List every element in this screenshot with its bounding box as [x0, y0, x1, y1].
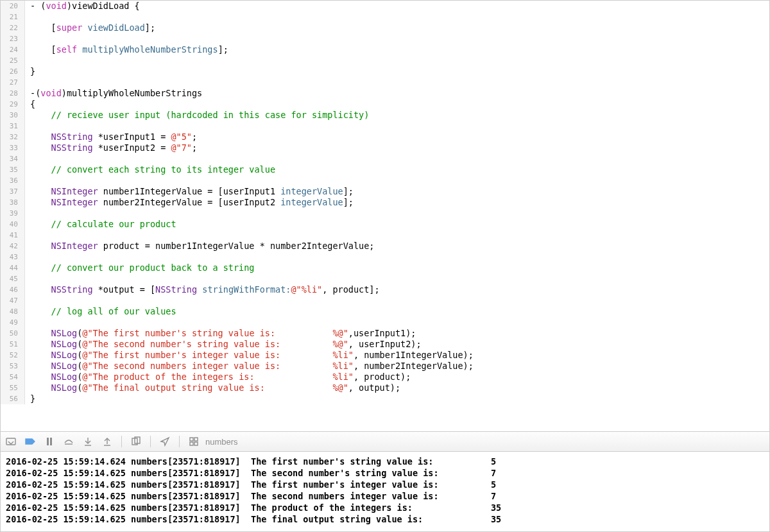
code-line[interactable]: 24 [self multiplyWholeNumberStrings]; [1, 44, 769, 55]
code-line[interactable]: 27 [1, 77, 769, 88]
line-number[interactable]: 26 [1, 66, 25, 77]
toggle-console-icon[interactable] [6, 436, 16, 447]
line-number[interactable]: 28 [1, 88, 25, 99]
code-line[interactable]: 23 [1, 33, 769, 44]
code-line[interactable]: 42 NSInteger product = number1IntegerVal… [1, 241, 769, 252]
code-text[interactable]: // convert our product back to a string [25, 262, 769, 273]
code-line[interactable]: 44 // convert our product back to a stri… [1, 262, 769, 273]
code-line[interactable]: 39 [1, 208, 769, 219]
debug-view-hierarchy-icon[interactable] [131, 436, 141, 447]
code-line[interactable]: 25 [1, 55, 769, 66]
step-out-icon[interactable] [102, 436, 112, 447]
line-number[interactable]: 24 [1, 44, 25, 55]
line-number[interactable]: 41 [1, 230, 25, 241]
code-line[interactable]: 53 NSLog(@"The second numbers integer va… [1, 361, 769, 372]
code-text[interactable]: [super viewDidLoad]; [25, 22, 769, 33]
line-number[interactable]: 31 [1, 121, 25, 132]
code-text[interactable]: NSString *output = [NSString stringWithF… [25, 284, 769, 295]
line-number[interactable]: 54 [1, 372, 25, 382]
code-text[interactable]: // log all of our values [25, 306, 769, 317]
line-number[interactable]: 22 [1, 22, 25, 33]
code-line[interactable]: 46 NSString *output = [NSString stringWi… [1, 284, 769, 295]
code-text[interactable]: NSInteger number1IntegerValue = [userInp… [25, 186, 769, 197]
line-number[interactable]: 34 [1, 153, 25, 164]
code-line[interactable]: 48 // log all of our values [1, 306, 769, 317]
line-number[interactable]: 52 [1, 350, 25, 361]
code-text[interactable]: NSLog(@"The second numbers integer value… [25, 361, 769, 372]
code-text[interactable]: // calculate our product [25, 219, 769, 230]
line-number[interactable]: 37 [1, 186, 25, 197]
line-number[interactable]: 33 [1, 142, 25, 153]
code-text[interactable]: [self multiplyWholeNumberStrings]; [25, 44, 769, 55]
line-number[interactable]: 39 [1, 208, 25, 219]
code-text[interactable]: NSInteger product = number1IntegerValue … [25, 241, 769, 252]
code-line[interactable]: 43 [1, 252, 769, 262]
step-into-icon[interactable] [83, 436, 93, 447]
code-text[interactable]: { [25, 99, 769, 110]
line-number[interactable]: 30 [1, 110, 25, 121]
code-line[interactable]: 33 NSString *userInput2 = @"7"; [1, 142, 769, 153]
code-text[interactable]: NSLog(@"The second number's string value… [25, 339, 769, 350]
code-text[interactable]: } [25, 393, 769, 404]
code-line[interactable]: 28-(void)multiplyWholeNumberStrings [1, 88, 769, 99]
line-number[interactable]: 42 [1, 241, 25, 252]
code-text[interactable]: NSLog(@"The first number's integer value… [25, 350, 769, 361]
line-number[interactable]: 23 [1, 33, 25, 44]
code-line[interactable]: 35 // convert each string to its integer… [1, 164, 769, 175]
line-number[interactable]: 44 [1, 262, 25, 273]
code-line[interactable]: 54 NSLog(@"The product of the integers i… [1, 372, 769, 382]
code-line[interactable]: 30 // recieve user input (hardcoded in t… [1, 110, 769, 121]
code-line[interactable]: 45 [1, 273, 769, 284]
line-number[interactable]: 29 [1, 99, 25, 110]
code-line[interactable]: 56} [1, 393, 769, 404]
code-line[interactable]: 40 // calculate our product [1, 219, 769, 230]
line-number[interactable]: 32 [1, 132, 25, 142]
code-line[interactable]: 55 NSLog(@"The final output string value… [1, 382, 769, 393]
code-text[interactable]: - (void)viewDidLoad { [25, 1, 769, 12]
code-line[interactable]: 49 [1, 317, 769, 328]
code-line[interactable]: 50 NSLog(@"The first number's string val… [1, 328, 769, 339]
line-number[interactable]: 36 [1, 175, 25, 186]
line-number[interactable]: 55 [1, 382, 25, 393]
code-line[interactable]: 34 [1, 153, 769, 164]
line-number[interactable]: 38 [1, 197, 25, 208]
code-text[interactable]: NSInteger number2IntegerValue = [userInp… [25, 197, 769, 208]
code-line[interactable]: 52 NSLog(@"The first number's integer va… [1, 350, 769, 361]
step-over-icon[interactable] [64, 436, 74, 447]
code-line[interactable]: 29{ [1, 99, 769, 110]
line-number[interactable]: 51 [1, 339, 25, 350]
line-number[interactable]: 21 [1, 12, 25, 22]
code-line[interactable]: 22 [super viewDidLoad]; [1, 22, 769, 33]
code-text[interactable]: NSString *userInput1 = @"5"; [25, 132, 769, 142]
debug-console[interactable]: 2016-02-25 15:59:14.624 numbers[23571:81… [1, 452, 769, 531]
code-line[interactable]: 38 NSInteger number2IntegerValue = [user… [1, 197, 769, 208]
line-number[interactable]: 53 [1, 361, 25, 372]
line-number[interactable]: 25 [1, 55, 25, 66]
line-number[interactable]: 48 [1, 306, 25, 317]
code-text[interactable]: NSLog(@"The final output string value is… [25, 382, 769, 393]
line-number[interactable]: 46 [1, 284, 25, 295]
code-line[interactable]: 37 NSInteger number1IntegerValue = [user… [1, 186, 769, 197]
line-number[interactable]: 49 [1, 317, 25, 328]
breakpoint-icon[interactable] [25, 436, 35, 447]
code-line[interactable]: 51 NSLog(@"The second number's string va… [1, 339, 769, 350]
code-line[interactable]: 20- (void)viewDidLoad { [1, 1, 769, 12]
line-number[interactable]: 27 [1, 77, 25, 88]
code-line[interactable]: 36 [1, 175, 769, 186]
code-text[interactable]: NSString *userInput2 = @"7"; [25, 142, 769, 153]
line-number[interactable]: 35 [1, 164, 25, 175]
code-text[interactable]: // convert each string to its integer va… [25, 164, 769, 175]
location-icon[interactable] [160, 436, 170, 447]
line-number[interactable]: 45 [1, 273, 25, 284]
pause-icon[interactable] [44, 436, 55, 447]
code-line[interactable]: 47 [1, 295, 769, 306]
line-number[interactable]: 20 [1, 1, 25, 12]
code-line[interactable]: 26} [1, 66, 769, 77]
code-line[interactable]: 41 [1, 230, 769, 241]
line-number[interactable]: 56 [1, 393, 25, 404]
process-icon[interactable] [189, 436, 199, 447]
code-text[interactable]: -(void)multiplyWholeNumberStrings [25, 88, 769, 99]
code-line[interactable]: 21 [1, 12, 769, 22]
code-text[interactable]: NSLog(@"The product of the integers is: … [25, 372, 769, 382]
line-number[interactable]: 50 [1, 328, 25, 339]
